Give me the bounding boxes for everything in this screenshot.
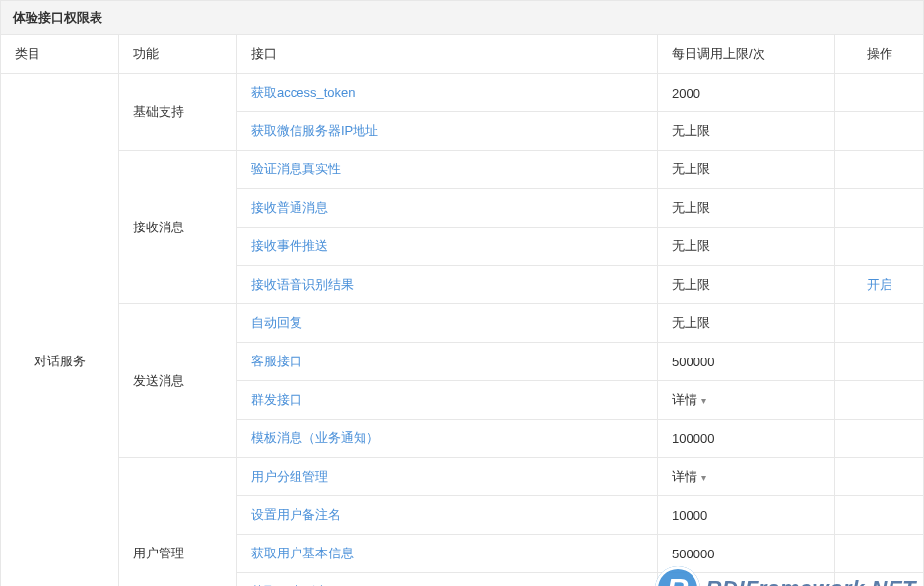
chevron-down-icon: ▾ bbox=[701, 472, 706, 483]
api-link[interactable]: 验证消息真实性 bbox=[251, 162, 341, 176]
api-cell: 接收普通消息 bbox=[237, 189, 658, 228]
limit-cell: 无上限 bbox=[658, 228, 835, 266]
table-row: 对话服务基础支持获取access_token2000 bbox=[1, 74, 924, 112]
operation-cell bbox=[835, 151, 924, 189]
api-link[interactable]: 获取用户基本信息 bbox=[251, 546, 354, 560]
operation-cell bbox=[835, 112, 924, 151]
limit-cell: 500000 bbox=[658, 535, 835, 573]
header-category: 类目 bbox=[1, 35, 119, 74]
header-feature: 功能 bbox=[119, 35, 237, 74]
feature-cell: 接收消息 bbox=[119, 151, 237, 304]
feature-cell: 基础支持 bbox=[119, 74, 237, 151]
api-cell: 验证消息真实性 bbox=[237, 151, 658, 189]
api-link[interactable]: 设置用户备注名 bbox=[251, 507, 341, 522]
api-link[interactable]: 接收普通消息 bbox=[251, 200, 328, 215]
operation-cell bbox=[835, 496, 924, 535]
chevron-down-icon: ▾ bbox=[701, 395, 706, 406]
limit-cell: 无上限 bbox=[658, 304, 835, 343]
operation-cell bbox=[835, 74, 924, 112]
operation-cell: 开启 bbox=[835, 266, 924, 304]
api-link[interactable]: 接收语音识别结果 bbox=[251, 277, 354, 292]
api-cell: 接收语音识别结果 bbox=[237, 266, 658, 304]
api-cell: 设置用户备注名 bbox=[237, 496, 658, 535]
operation-cell bbox=[835, 573, 924, 587]
operation-cell bbox=[835, 189, 924, 228]
api-link[interactable]: 群发接口 bbox=[251, 392, 302, 407]
table-row: 接收消息验证消息真实性无上限 bbox=[1, 151, 924, 189]
api-cell: 模板消息（业务通知） bbox=[237, 420, 658, 458]
api-link[interactable]: 接收事件推送 bbox=[251, 238, 328, 253]
api-cell: 用户分组管理 bbox=[237, 458, 658, 496]
header-api: 接口 bbox=[237, 35, 658, 74]
api-cell: 获取微信服务器IP地址 bbox=[237, 112, 658, 151]
header-limit: 每日调用上限/次 bbox=[658, 35, 835, 74]
api-cell: 群发接口 bbox=[237, 381, 658, 420]
api-cell: 客服接口 bbox=[237, 343, 658, 381]
table-header-row: 类目 功能 接口 每日调用上限/次 操作 bbox=[1, 35, 924, 74]
api-cell: 获取用户列表 bbox=[237, 573, 658, 587]
limit-cell: 500000 bbox=[658, 343, 835, 381]
api-link[interactable]: 获取access_token bbox=[251, 85, 356, 99]
limit-cell: 500 bbox=[658, 573, 835, 587]
operation-cell bbox=[835, 458, 924, 496]
api-cell: 自动回复 bbox=[237, 304, 658, 343]
api-link[interactable]: 自动回复 bbox=[251, 315, 302, 330]
limit-cell[interactable]: 详情▾ bbox=[658, 381, 835, 420]
operation-cell bbox=[835, 381, 924, 420]
api-link[interactable]: 用户分组管理 bbox=[251, 469, 328, 484]
limit-cell: 无上限 bbox=[658, 151, 835, 189]
operation-cell bbox=[835, 304, 924, 343]
category-cell: 对话服务 bbox=[1, 74, 119, 587]
operation-cell bbox=[835, 228, 924, 266]
api-link[interactable]: 获取微信服务器IP地址 bbox=[251, 123, 378, 138]
feature-cell: 用户管理 bbox=[119, 458, 237, 587]
limit-cell: 无上限 bbox=[658, 266, 835, 304]
limit-cell[interactable]: 详情▾ bbox=[658, 458, 835, 496]
operation-cell bbox=[835, 420, 924, 458]
operation-cell bbox=[835, 535, 924, 573]
api-cell: 获取access_token bbox=[237, 74, 658, 112]
feature-cell: 发送消息 bbox=[119, 304, 237, 458]
limit-cell: 无上限 bbox=[658, 112, 835, 151]
limit-cell: 100000 bbox=[658, 420, 835, 458]
table-row: 发送消息自动回复无上限 bbox=[1, 304, 924, 343]
limit-cell: 2000 bbox=[658, 74, 835, 112]
operation-link[interactable]: 开启 bbox=[867, 277, 892, 292]
limit-cell: 10000 bbox=[658, 496, 835, 535]
panel-title: 体验接口权限表 bbox=[0, 0, 924, 34]
header-operation: 操作 bbox=[835, 35, 924, 74]
operation-cell bbox=[835, 343, 924, 381]
api-link[interactable]: 客服接口 bbox=[251, 354, 302, 368]
table-row: 用户管理用户分组管理详情▾ bbox=[1, 458, 924, 496]
api-cell: 接收事件推送 bbox=[237, 228, 658, 266]
api-link[interactable]: 模板消息（业务通知） bbox=[251, 430, 379, 445]
api-cell: 获取用户基本信息 bbox=[237, 535, 658, 573]
limit-cell: 无上限 bbox=[658, 189, 835, 228]
permission-table: 类目 功能 接口 每日调用上限/次 操作 对话服务基础支持获取access_to… bbox=[0, 34, 924, 586]
